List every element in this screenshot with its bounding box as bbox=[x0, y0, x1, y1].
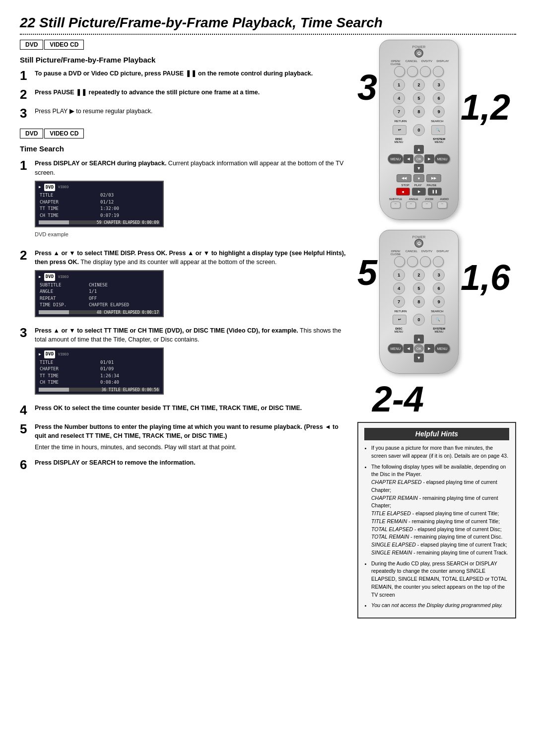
pause-btn[interactable]: ❚❚ bbox=[428, 188, 442, 196]
audio-btn[interactable]: ⌒ bbox=[437, 202, 447, 208]
system-menu-btn[interactable]: MENU bbox=[434, 154, 450, 164]
ok-btn-2[interactable]: OK bbox=[414, 344, 424, 353]
open-close-btn-2[interactable] bbox=[394, 256, 405, 267]
subtitle-btn[interactable]: ⌒ bbox=[391, 202, 401, 208]
power-label-2: POWER bbox=[386, 235, 452, 239]
dvdtv-btn[interactable] bbox=[420, 66, 431, 77]
return-btn-2[interactable]: ↩ bbox=[393, 315, 406, 325]
step-1: 1 To pause a DVD or Video CD picture, pr… bbox=[20, 69, 347, 82]
play-btn[interactable]: ▶ bbox=[412, 188, 426, 196]
disc-menu-btn[interactable]: MENU bbox=[388, 154, 403, 164]
step-label-12: 1,2 bbox=[461, 89, 510, 125]
ts-step-5: 5 Press the Number buttons to enter the … bbox=[20, 422, 347, 452]
ts-step-5-bold: Press the Number buttons to enter the pl… bbox=[35, 423, 338, 440]
btn-3[interactable]: 3 bbox=[433, 79, 445, 91]
ok-btn[interactable]: OK bbox=[414, 154, 424, 163]
down-btn[interactable]: ▼ bbox=[414, 164, 424, 173]
dvd-table-3: TITLE01/01 CHAPTER01/09 TT TIME1:26:34 C… bbox=[39, 359, 160, 386]
return-btn[interactable]: ↩ bbox=[393, 125, 406, 135]
helpful-hints-box: Helpful Hints If you pause a picture for… bbox=[357, 422, 516, 619]
btn-5[interactable]: 5 bbox=[413, 92, 425, 104]
open-close-btn[interactable] bbox=[394, 66, 405, 77]
search-btn-2[interactable]: 🔍 bbox=[431, 315, 445, 325]
dvd-table-2: SUBTITLECHINESE ANGLE1/1 REPEATOFF TIME … bbox=[39, 282, 160, 309]
btn-2[interactable]: 2 bbox=[413, 79, 425, 91]
menu-row-labels: DISCMENU SYSTEMMENU bbox=[388, 137, 450, 143]
ts-step-4: 4 Press OK to select the time counter be… bbox=[20, 404, 347, 416]
hint-2: The following display types will be avai… bbox=[371, 463, 509, 557]
zoom-btn[interactable]: ⌒ bbox=[422, 202, 432, 208]
hint-chapter-elapsed: CHAPTER ELAPSED bbox=[371, 479, 422, 485]
right-btn-2[interactable]: ► bbox=[424, 344, 434, 353]
format-tag-videocd: VIDEO CD bbox=[44, 40, 84, 50]
angle-label: ANGLE bbox=[409, 198, 418, 201]
step-1-num: 1 bbox=[20, 69, 31, 82]
spacer-2 bbox=[416, 310, 421, 313]
right-btn[interactable]: ► bbox=[424, 154, 434, 163]
left-btn-2[interactable]: ◄ bbox=[403, 344, 413, 353]
dvdtv-btn-2[interactable] bbox=[420, 256, 431, 267]
dvd-bar-3: 36 TITLE ELAPSED 0:00:56 bbox=[39, 388, 160, 392]
rew-btn[interactable]: ◀◀ bbox=[397, 174, 411, 182]
remote2-top: POWER ⏻ bbox=[386, 235, 452, 248]
right-column: 3 POWER ⏻ OPEN/CLOSE CANCEL DVD/TV DISPL… bbox=[357, 40, 516, 619]
btn-1[interactable]: 1 bbox=[393, 79, 405, 91]
step-1-content: To pause a DVD or Video CD picture, pres… bbox=[35, 69, 347, 78]
ts-step-6-num: 6 bbox=[20, 458, 31, 471]
search-label: SEARCH bbox=[431, 120, 443, 123]
up-btn-2[interactable]: ▲ bbox=[414, 335, 424, 344]
section2-divider: DVD VIDEO CD Time Search bbox=[20, 129, 347, 153]
btn-8[interactable]: 8 bbox=[413, 106, 425, 118]
btn2-3[interactable]: 3 bbox=[433, 269, 445, 281]
hint-total-elapsed: TOTAL ELAPSED bbox=[371, 526, 413, 532]
transport-row-2: ■ ▶ ❚❚ bbox=[386, 188, 452, 196]
btn2-6[interactable]: 6 bbox=[433, 282, 445, 294]
down2-btn[interactable]: ▼ bbox=[413, 174, 424, 182]
fwd-btn[interactable]: ▶▶ bbox=[426, 174, 441, 182]
section1-heading: Still Picture/Frame-by-Frame Playback bbox=[20, 56, 347, 64]
cancel-btn[interactable] bbox=[407, 66, 418, 77]
btn2-8[interactable]: 8 bbox=[413, 296, 425, 308]
btn2-9[interactable]: 9 bbox=[433, 296, 445, 308]
system-menu-btn-2[interactable]: MENU bbox=[434, 344, 450, 353]
section2-tag-videocd: VIDEO CD bbox=[44, 129, 84, 138]
section2-format-tags: DVD VIDEO CD bbox=[20, 129, 347, 138]
section1-format-tags: DVD VIDEO CD bbox=[20, 40, 347, 50]
btn2-1[interactable]: 1 bbox=[393, 269, 405, 281]
search-label-2: SEARCH bbox=[431, 310, 443, 313]
spacer2 bbox=[414, 137, 424, 143]
btn2-2[interactable]: 2 bbox=[413, 269, 425, 281]
remote-2: POWER ⏻ OPEN/CLOSE CANCEL DVD/TV DISPLAY bbox=[379, 230, 459, 374]
power-button[interactable]: ⏻ bbox=[414, 49, 423, 58]
power-button-2[interactable]: ⏻ bbox=[414, 239, 423, 248]
helpful-hints-title: Helpful Hints bbox=[364, 428, 509, 440]
btn-4[interactable]: 4 bbox=[393, 92, 405, 104]
display-btn-2[interactable] bbox=[433, 256, 444, 267]
btn-9[interactable]: 9 bbox=[433, 106, 445, 118]
ts-step-5-extra: Enter the time in hours, minutes, and se… bbox=[35, 443, 347, 452]
down-btn-2[interactable]: ▼ bbox=[414, 353, 424, 362]
num-grid-2: 1 2 3 4 5 6 7 8 9 bbox=[390, 269, 448, 308]
btn-0[interactable]: 0 bbox=[413, 124, 425, 136]
remote1-top: POWER ⏻ bbox=[386, 45, 452, 58]
search-btn[interactable]: 🔍 bbox=[431, 125, 445, 135]
hint-total-remain: TOTAL REMAIN bbox=[371, 534, 409, 540]
stop-btn[interactable]: ■ bbox=[396, 188, 410, 196]
btn2-7[interactable]: 7 bbox=[393, 296, 405, 308]
step-2-num: 2 bbox=[20, 88, 31, 101]
cancel-btn-2[interactable] bbox=[407, 256, 418, 267]
left-btn[interactable]: ◄ bbox=[403, 154, 413, 163]
dvd-logo-2: DVD bbox=[44, 273, 55, 281]
ts-step-2-num: 2 bbox=[20, 249, 31, 262]
cross2-br bbox=[424, 353, 434, 362]
btn2-4[interactable]: 4 bbox=[393, 282, 405, 294]
up-btn[interactable]: ▲ bbox=[414, 145, 424, 154]
open-close-label: OPEN/CLOSE bbox=[388, 60, 403, 66]
btn-7[interactable]: 7 bbox=[393, 106, 405, 118]
btn2-0[interactable]: 0 bbox=[413, 314, 425, 326]
angle-btn[interactable]: ⌒ bbox=[406, 202, 416, 208]
disc-menu-btn-2[interactable]: MENU bbox=[388, 344, 403, 353]
btn-6[interactable]: 6 bbox=[433, 92, 445, 104]
btn2-5[interactable]: 5 bbox=[413, 282, 425, 294]
display-btn[interactable] bbox=[433, 66, 444, 77]
